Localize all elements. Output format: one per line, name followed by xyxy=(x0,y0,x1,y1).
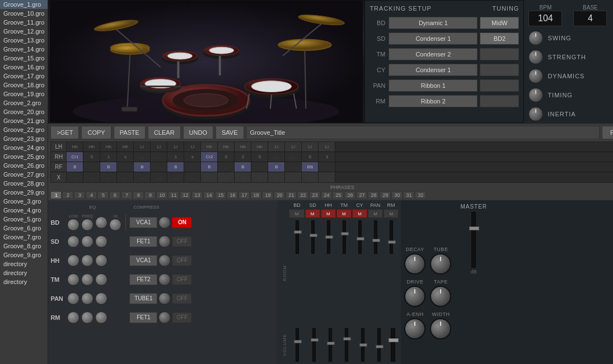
phrase-num-14[interactable]: 14 xyxy=(203,191,214,199)
rh-cell-3[interactable]: 1 xyxy=(100,152,117,162)
phrase-num-2[interactable]: 2 xyxy=(62,191,73,199)
rh-cell-10[interactable]: S xyxy=(218,152,235,162)
decay-knob[interactable] xyxy=(404,253,425,275)
x-cell-4[interactable]: ... xyxy=(117,172,134,182)
lh-cell-12[interactable]: Hh xyxy=(251,142,268,152)
fader-tm[interactable] xyxy=(336,220,352,326)
file-list-item[interactable]: Groove_14.gro xyxy=(0,45,48,54)
vol-fader-sd[interactable] xyxy=(306,328,322,362)
rf-cell-15[interactable]: BB xyxy=(302,162,319,172)
rf-cell-12[interactable]: ... xyxy=(251,162,268,172)
file-list-item[interactable]: Groove_16.gro xyxy=(0,63,48,72)
drive-knob[interactable] xyxy=(404,286,425,307)
width-knob[interactable] xyxy=(430,318,451,339)
file-list-item[interactable]: Groove_9.gro xyxy=(0,250,48,259)
mute-pan-btn[interactable]: M xyxy=(368,209,383,218)
base-display[interactable]: 4 xyxy=(573,11,607,26)
lh-cell-15[interactable]: Ll xyxy=(302,142,319,152)
fader-tm-handle[interactable] xyxy=(341,232,349,235)
x-cell-7[interactable]: ... xyxy=(167,172,184,182)
lh-cell-5[interactable]: Ll xyxy=(134,142,151,152)
fader-hh[interactable] xyxy=(321,220,336,326)
file-list-item[interactable]: Groove_18.gro xyxy=(0,81,48,89)
rh-cell-7[interactable]: 1 xyxy=(167,152,184,162)
vol-fader-tm-handle[interactable] xyxy=(343,337,351,341)
file-list-item[interactable]: Groove_1.gro xyxy=(0,0,48,9)
phrase-num-19[interactable]: 19 xyxy=(262,191,273,199)
phrase-num-28[interactable]: 28 xyxy=(368,191,379,199)
hh-compress-indicator[interactable] xyxy=(158,254,171,267)
file-list[interactable]: Groove_1.groGroove_10.groGroove_11.groGr… xyxy=(0,0,48,364)
fader-pan[interactable] xyxy=(368,220,383,326)
fader-bd[interactable] xyxy=(289,220,305,326)
phrase-num-24[interactable]: 24 xyxy=(321,191,332,199)
lh-cell-1[interactable]: Hh xyxy=(67,142,83,152)
lh-cell-3[interactable]: Hh xyxy=(100,142,117,152)
phrase-num-16[interactable]: 16 xyxy=(227,191,238,199)
phrase-num-20[interactable]: 20 xyxy=(274,191,285,199)
rm-mid-knob[interactable] xyxy=(95,311,107,324)
rh-cell-11[interactable]: 2 xyxy=(235,152,251,162)
x-cell-6[interactable]: ... xyxy=(151,172,167,182)
bd-compress-type-btn[interactable]: VCA1 xyxy=(129,217,157,228)
phrase-num-13[interactable]: 13 xyxy=(191,191,203,199)
phrase-num-4[interactable]: 4 xyxy=(86,191,97,199)
file-list-item[interactable]: directory xyxy=(0,268,48,277)
phrase-num-22[interactable]: 22 xyxy=(297,191,308,199)
sd-compress-indicator[interactable] xyxy=(158,235,171,248)
sd-mid-knob[interactable] xyxy=(95,235,107,248)
vol-fader-bd[interactable] xyxy=(289,328,305,362)
lh-cell-2[interactable]: Hh xyxy=(83,142,100,152)
rm-freq-knob[interactable] xyxy=(81,311,93,324)
phrase-num-12[interactable]: 12 xyxy=(180,191,191,199)
lh-cell-10[interactable]: Hh xyxy=(218,142,235,152)
tm-freq-knob[interactable] xyxy=(81,273,93,286)
phrase-num-25[interactable]: 25 xyxy=(333,191,344,199)
file-list-item[interactable]: Groove_25.gro xyxy=(0,152,48,161)
x-cell-15[interactable]: ... xyxy=(302,172,319,182)
inertia-knob[interactable] xyxy=(528,107,543,121)
rf-cell-14[interactable]: ... xyxy=(285,162,302,172)
dynamics-knob[interactable] xyxy=(528,69,543,83)
x-cell-1[interactable]: ... xyxy=(67,172,83,182)
rf-cell-6[interactable]: ... xyxy=(151,162,167,172)
x-cell-3[interactable]: ... xyxy=(100,172,117,182)
rh-cell-1[interactable]: Cr1 xyxy=(67,152,83,162)
pan-state-btn[interactable]: OFF xyxy=(172,293,192,304)
groove-title-input[interactable] xyxy=(246,126,600,139)
bpm-display[interactable]: 104 xyxy=(528,11,562,26)
master-fader-handle[interactable] xyxy=(469,226,479,230)
copy-button[interactable]: COPY xyxy=(81,126,111,139)
lh-cell-9[interactable]: Hh xyxy=(201,142,218,152)
file-list-item[interactable]: Groove_8.gro xyxy=(0,242,48,250)
phrase-num-7[interactable]: 7 xyxy=(121,191,132,199)
play-button[interactable]: PLAY xyxy=(602,126,613,139)
hh-compress-type-btn[interactable]: VCA1 xyxy=(129,255,157,266)
vol-fader-pan-handle[interactable] xyxy=(376,345,383,348)
phrase-num-6[interactable]: 6 xyxy=(109,191,120,199)
file-list-item[interactable]: Groove_23.gro xyxy=(0,134,48,143)
file-list-item[interactable]: Groove_29.gro xyxy=(0,188,48,197)
phrase-num-23[interactable]: 23 xyxy=(309,191,320,199)
rh-cell-5[interactable]: ... xyxy=(134,152,151,162)
get-button[interactable]: >GET xyxy=(50,126,79,139)
lh-cell-11[interactable]: Hh xyxy=(235,142,251,152)
rm-low-knob[interactable] xyxy=(67,311,79,324)
rf-cell-16[interactable]: ... xyxy=(319,162,335,172)
tm-compress-type-btn[interactable]: FET2 xyxy=(129,274,157,285)
rh-cell-13[interactable]: ... xyxy=(268,152,285,162)
file-list-item[interactable]: Groove_6.gro xyxy=(0,224,48,233)
file-list-item[interactable]: Groove_24.gro xyxy=(0,143,48,152)
rh-cell-4[interactable]: s xyxy=(117,152,134,162)
vol-fader-master-handle[interactable] xyxy=(389,338,399,342)
mute-rm-btn[interactable]: M xyxy=(383,209,399,218)
bd-state-btn[interactable]: ON xyxy=(172,217,192,228)
vol-fader-sd-handle[interactable] xyxy=(311,338,319,342)
bd-compress-indicator[interactable] xyxy=(158,216,171,229)
file-list-item[interactable]: Groove_27.gro xyxy=(0,170,48,179)
fader-rm-handle[interactable] xyxy=(388,240,396,244)
sd-tuning-btn[interactable]: BD2 xyxy=(480,32,519,45)
tm-low-knob[interactable] xyxy=(67,273,79,286)
pan-low-knob[interactable] xyxy=(67,292,79,305)
phrase-num-5[interactable]: 5 xyxy=(97,191,109,199)
